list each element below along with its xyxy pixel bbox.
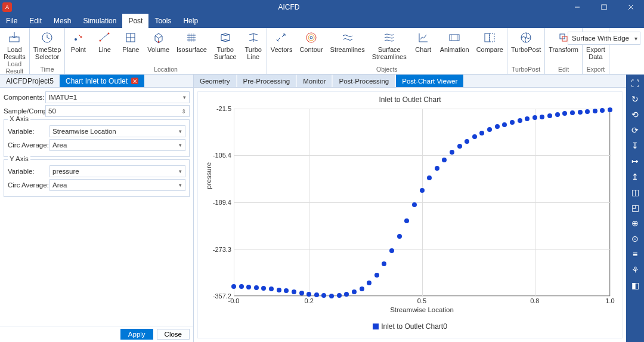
ribbon-isosurface[interactable]: Isosurface [173,28,210,66]
axis-2-icon[interactable]: ↦ [627,155,643,168]
ribbon-chart[interactable]: Chart [410,28,436,66]
ribbon-line[interactable]: Line [91,28,117,66]
ribbon-streamlines[interactable]: Streamlines [327,28,369,66]
sample-spinner[interactable]: 50 [45,105,190,117]
y-tick-label: -21.5 [216,105,231,112]
properties-tabs: AICFDProject5Chart Inlet to Outlet⨯ [0,75,193,88]
menu-mesh[interactable]: Mesh [48,14,77,28]
ribbon-label: Isosurface [177,46,207,53]
ribbon-volume[interactable]: Volume [144,28,173,66]
content-area: AICFDProject5Chart Inlet to Outlet⨯ Comp… [0,75,644,342]
world-icon[interactable]: ⊕ [627,217,643,230]
ribbon-animation[interactable]: Animation [436,28,473,66]
box-icon[interactable]: ◫ [627,186,643,199]
y-variable-dropdown[interactable]: pressure [49,165,185,177]
ribbon-contour[interactable]: Contour [296,28,326,66]
frame-icon[interactable]: ⛶ [627,77,643,90]
main-tab-monitor[interactable]: Monitor [297,75,332,87]
main-tab-geometry[interactable]: Geometry [194,75,236,87]
ribbon-label: TurboLine [245,46,262,60]
stream-icon [341,30,354,45]
properties-tab-chart-inlet-to-outlet[interactable]: Chart Inlet to Outlet⨯ [60,75,144,87]
ribbon-surface-streamlines[interactable]: SurfaceStreamlines [369,28,410,66]
load-icon [8,30,21,45]
refresh-icon[interactable]: ↻ [627,93,643,106]
close-tab-icon[interactable]: ⨯ [131,78,138,84]
menu-edit[interactable]: Edit [23,14,48,28]
svg-point-8 [100,40,101,42]
axis-1-icon[interactable]: ↧ [627,139,643,152]
ribbon-label: Vectors [271,46,293,53]
ribbon-turbopost[interactable]: TurboPost [507,28,544,66]
data-point [555,112,560,117]
x-tick-label: 0.8 [530,297,539,304]
close-properties-button[interactable]: Close [157,329,190,340]
svg-rect-1 [602,5,606,10]
ribbon-group-time: TimeStepSelectorTime [30,28,66,74]
menu-help[interactable]: Help [177,14,204,28]
data-point [502,122,507,127]
data-point [292,289,296,294]
main-tab-post-processing[interactable]: Post-Processing [333,75,395,87]
ribbon-turbo-surface[interactable]: TurboSurface [210,28,240,66]
components-label: Components: [4,94,45,101]
maximize-button[interactable] [590,0,617,14]
components-dropdown[interactable]: IMATU=1 [45,91,190,103]
ribbon-point[interactable]: Point [65,28,91,66]
data-point [329,294,334,298]
data-point [465,139,469,144]
svg-point-12 [306,33,316,42]
volume-icon [152,30,165,45]
x-variable-dropdown[interactable]: Streamwise Location [49,125,185,137]
menu-file[interactable]: File [0,14,23,28]
node-icon[interactable]: ⊙ [627,232,643,245]
ruler-icon[interactable]: ≡ [627,248,643,261]
rotate-1-icon[interactable]: ⟲ [627,108,643,121]
camera-icon[interactable]: ◧ [627,279,643,292]
main-tab-post-chart-viewer[interactable]: Post-Chart Viewer [396,75,463,87]
axis-3-icon[interactable]: ↥ [627,170,643,183]
x-circ-dropdown[interactable]: Area [49,139,185,151]
x-axis-label: Streamwise Location [390,306,454,313]
minimize-button[interactable] [564,0,590,14]
main-tab-pre-processing[interactable]: Pre-Processing [237,75,296,87]
ribbon-timestep-selector[interactable]: TimeStepSelector [30,28,65,66]
data-point [608,107,612,112]
close-button[interactable] [617,0,644,14]
ribbon-load-results[interactable]: LoadResults [0,28,29,60]
view-toolbar: ⛶↻⟲⟳↧↦↥◫◰⊕⊙≡⚘◧ [626,75,644,342]
data-point [412,202,417,207]
svg-rect-17 [457,35,458,41]
time-icon [41,30,54,45]
x-variable-label: Variable: [8,128,49,135]
data-point [532,115,537,120]
main-tabs: GeometryPre-ProcessingMonitorPost-Proces… [194,75,626,88]
data-point [261,286,266,291]
menu-tools[interactable]: Tools [148,14,177,28]
data-point [367,281,371,285]
ribbon-compare[interactable]: Compare [473,28,507,66]
y-circ-dropdown[interactable]: Area [49,179,185,191]
ribbon-label: LoadResults [4,46,26,60]
svg-rect-19 [490,33,494,42]
perspective-icon[interactable]: ◰ [627,201,643,214]
data-point [231,284,236,289]
view-mode-dropdown[interactable]: Surface With Edge [568,32,640,45]
ribbon-group-label: Time [30,66,65,74]
cont-icon [305,30,318,45]
menu-post[interactable]: Post [122,14,148,28]
properties-tab-aicfdproject5[interactable]: AICFDProject5 [0,75,60,87]
chart-icon [417,30,430,45]
chart-plot[interactable]: pressure -0.00.20.50.81.0-357.2-273.3-18… [234,109,610,296]
apply-button[interactable]: Apply [120,329,153,340]
data-point [525,116,530,121]
menu-simulation[interactable]: Simulation [77,14,122,28]
tab-label: AICFDProject5 [6,77,54,85]
ribbon-plane[interactable]: Plane [117,28,144,66]
ribbon-group-label: Edit [545,66,582,74]
ribbon-vectors[interactable]: Vectors [267,28,296,66]
rotate-2-icon[interactable]: ⟳ [627,124,643,137]
palette-icon[interactable]: ⚘ [627,263,643,276]
ribbon-turbo-line[interactable]: TurboLine [240,28,267,66]
grid-line [234,109,610,109]
